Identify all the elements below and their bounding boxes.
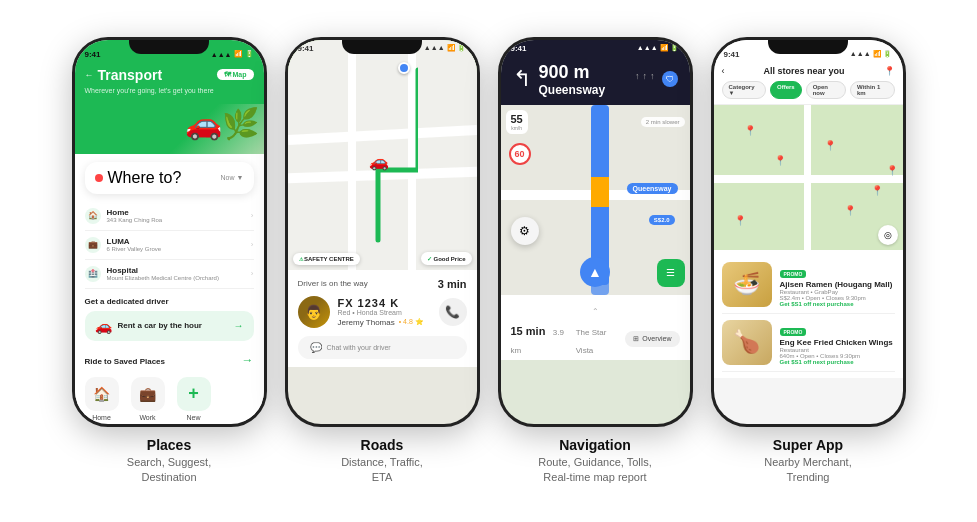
p3-panel-button[interactable]: ☰ <box>657 259 685 287</box>
phone-frame-navigation: 9:41 ▲▲▲ 📶 🔋 ↰ 900 m Queensway ↑ <box>498 37 693 427</box>
p1-rent-icon: 🚗 <box>95 318 112 334</box>
p2-driver-name: Jeremy Thomas <box>338 318 395 327</box>
p1-where-input[interactable]: Where to? Now ▼ <box>85 162 254 194</box>
p4-chicken-name: Eng Kee Fried Chicken Wings <box>780 338 895 347</box>
p1-dedicated-title: Get a dedicated driver <box>85 297 254 306</box>
p2-driver-avatar: 👨 <box>298 296 330 328</box>
status-icons-1: ▲▲▲ 📶 🔋 <box>211 50 254 58</box>
p1-location-dot <box>95 174 103 182</box>
phones-row: 9:41 ▲▲▲ 📶 🔋 ← Transport 🗺 Map <box>72 37 906 486</box>
p4-pin-2[interactable]: 📍 <box>824 140 836 151</box>
p3-nav-arrow[interactable]: ▲ <box>580 257 610 287</box>
p1-saved-hospital[interactable]: 🏥 Hospital Mount Elizabeth Medical Centr… <box>85 260 254 289</box>
places-label-title: Places <box>127 437 211 453</box>
p1-quick-work[interactable]: 💼 Work <box>131 377 165 421</box>
status-time-1: 9:41 <box>85 50 101 59</box>
p1-home-icon: 🏠 <box>85 208 101 224</box>
navigation-label-sub: Route, Guidance, Tolls,Real-time map rep… <box>538 455 652 486</box>
p2-driver-rating: • 4.8 ⭐ <box>399 318 424 326</box>
p2-call-button[interactable]: 📞 <box>439 298 467 326</box>
phone-screen-roads: 9:41 ▲▲▲ 📶 🔋 <box>288 40 477 424</box>
p1-rent-text: Rent a car by the hour <box>118 321 202 330</box>
p2-chat-icon: 💬 <box>310 342 322 353</box>
p4-chicken-discount: Get $S1 off next purchase <box>780 359 895 365</box>
p3-eta-time: 15 min <box>511 325 546 337</box>
superapp-label-title: Super App <box>764 437 851 453</box>
p3-settings-button[interactable]: ⚙ <box>511 217 539 245</box>
p4-header: ‹ All stores near you 📍 Category ▼ Offer… <box>714 61 903 105</box>
phone-label-roads: Roads Distance, Traffic,ETA <box>341 437 423 486</box>
p3-expand-chevron[interactable]: ⌃ <box>592 307 599 316</box>
phone-screen-places: 9:41 ▲▲▲ 📶 🔋 ← Transport 🗺 Map <box>75 40 264 424</box>
phone-screen-navigation: 9:41 ▲▲▲ 📶 🔋 ↰ 900 m Queensway ↑ <box>501 40 690 424</box>
phone-label-navigation: Navigation Route, Guidance, Tolls,Real-t… <box>538 437 652 486</box>
p3-dest-name: The Star Vista <box>576 328 607 355</box>
p4-filter-offers[interactable]: Offers <box>770 81 802 99</box>
p4-filter-category[interactable]: Category ▼ <box>722 81 767 99</box>
p1-header: ← Transport 🗺 Map Wherever you're going,… <box>75 61 264 104</box>
p1-body: Where to? Now ▼ 🏠 Home 34 <box>75 154 264 421</box>
p2-driver-on-way-text: Driver is on the way <box>298 279 368 288</box>
p4-header-title: All stores near you <box>763 66 844 76</box>
p4-filter-bar: Category ▼ Offers Open now Within 1 km <box>722 81 895 99</box>
p1-saved-home[interactable]: 🏠 Home 343 Kang Ching Roa › <box>85 202 254 231</box>
status-icons-4: ▲▲▲ 📶 🔋 <box>850 50 893 58</box>
p1-quick-home[interactable]: 🏠 Home <box>85 377 119 421</box>
p4-merchant-ramen[interactable]: 🍜 PROMO Ajisen Ramen (Hougang Mall) Rest… <box>722 256 895 314</box>
p3-shield-icon: 🛡 <box>662 71 678 87</box>
p4-pin-4[interactable]: 📍 <box>871 185 883 196</box>
p4-location-btn[interactable]: ◎ <box>878 225 898 245</box>
p3-traffic-section <box>591 177 609 207</box>
p4-map: 📍 📍 📍 📍 📍 📍 📍 ◎ <box>714 105 903 250</box>
p3-distance: 900 m <box>539 62 606 83</box>
p4-back-button[interactable]: ‹ <box>722 66 725 76</box>
p4-promo-badge-1: PROMO <box>780 270 807 278</box>
p1-back-icon[interactable]: ← <box>85 70 94 80</box>
phone-frame-superapp: 9:41 ▲▲▲ 📶 🔋 ‹ All stores near you 📍 Cat… <box>711 37 906 427</box>
p1-rent-arrow: → <box>234 320 244 331</box>
p1-hospital-icon: 🏥 <box>85 266 101 282</box>
p4-pin-7[interactable]: 📍 <box>734 215 746 226</box>
phone-label-superapp: Super App Nearby Merchant,Trending <box>764 437 851 486</box>
phone-notch-1 <box>129 40 209 54</box>
p4-merchant-chicken[interactable]: 🍗 PROMO Eng Kee Fried Chicken Wings Rest… <box>722 314 895 372</box>
p1-rent-box[interactable]: 🚗 Rent a car by the hour → <box>85 311 254 341</box>
p3-overview-button[interactable]: ⊞ Overview <box>625 331 679 347</box>
p2-chat-box[interactable]: 💬 Chat with your driver <box>298 336 467 359</box>
p1-hero: 🚗🌿 <box>75 104 264 154</box>
p1-saved-luma[interactable]: 💼 LUMA 6 River Valley Grove › <box>85 231 254 260</box>
p1-luma-icon: 💼 <box>85 237 101 253</box>
p4-ramen-image: 🍜 <box>722 262 772 307</box>
p1-map-button[interactable]: 🗺 Map <box>217 69 254 80</box>
phone-label-places: Places Search, Suggest,Destination <box>127 437 211 486</box>
p1-quick-new[interactable]: + New <box>177 377 211 421</box>
p2-route-svg <box>338 50 418 250</box>
phone-col-navigation: 9:41 ▲▲▲ 📶 🔋 ↰ 900 m Queensway ↑ <box>498 37 693 486</box>
phone-col-roads: 9:41 ▲▲▲ 📶 🔋 <box>285 37 480 486</box>
p1-where-text: Where to? <box>108 169 182 187</box>
p3-destination-label: Queensway <box>627 183 678 194</box>
phone-col-superapp: 9:41 ▲▲▲ 📶 🔋 ‹ All stores near you 📍 Cat… <box>711 37 906 486</box>
p4-pin-1[interactable]: 📍 <box>744 125 756 136</box>
p2-driver-panel: Driver is on the way 3 min 👨 FX 1234 K R… <box>288 270 477 367</box>
p4-filter-within[interactable]: Within 1 km <box>850 81 895 99</box>
p1-header-top: ← Transport 🗺 Map <box>85 67 254 83</box>
p4-chicken-image: 🍗 <box>722 320 772 365</box>
status-bar-3: 9:41 ▲▲▲ 📶 🔋 <box>501 40 690 55</box>
p2-destination-dot <box>398 62 410 74</box>
p4-pin-3[interactable]: 📍 <box>774 155 786 166</box>
p2-map: 🚗 ⚠ SAFETY CENTRE ✓ Good Price <box>288 40 477 270</box>
status-time-4: 9:41 <box>724 50 740 59</box>
p2-safety-centre[interactable]: ⚠ SAFETY CENTRE <box>293 253 360 265</box>
p2-eta: 3 min <box>438 278 467 290</box>
p4-pin-6[interactable]: 📍 <box>886 165 898 176</box>
status-icons-2: ▲▲▲ 📶 🔋 <box>424 44 467 52</box>
p1-saved-arrow[interactable]: → <box>242 353 254 367</box>
phone-screen-superapp: 9:41 ▲▲▲ 📶 🔋 ‹ All stores near you 📍 Cat… <box>714 40 903 424</box>
p1-saved-title: Ride to Saved Places <box>85 357 165 366</box>
p4-pin-5[interactable]: 📍 <box>844 205 856 216</box>
p1-subtitle: Wherever you're going, let's get you the… <box>85 87 254 94</box>
navigation-label-title: Navigation <box>538 437 652 453</box>
p4-filter-open[interactable]: Open now <box>806 81 846 99</box>
p1-now-selector[interactable]: Now ▼ <box>221 174 244 181</box>
